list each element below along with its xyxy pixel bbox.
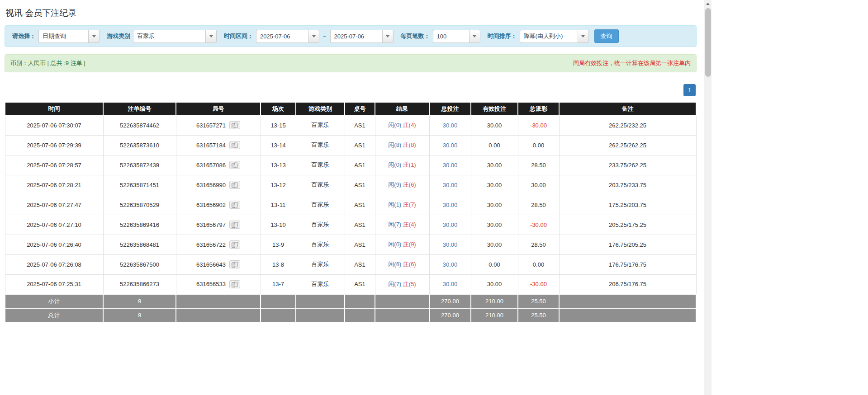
date-to-input[interactable] [330, 30, 382, 43]
round-cards-icon[interactable] [229, 280, 240, 288]
date-from-input[interactable] [256, 30, 308, 43]
page-size-dropdown-button[interactable] [469, 30, 480, 43]
subtotal-valid-bet: 210.00 [471, 294, 518, 308]
date-from-dropdown-button[interactable] [308, 30, 319, 43]
round-number: 631657271 [196, 122, 226, 129]
game-type-dropdown-button[interactable] [205, 30, 217, 43]
date-to-dropdown-button[interactable] [382, 30, 394, 43]
time-sort-input[interactable] [520, 30, 578, 43]
cell-payout: -30.00 [518, 215, 559, 235]
column-header: 游戏类别 [296, 102, 345, 115]
column-header: 总投注 [429, 102, 471, 115]
table-row: 2025-07-06 07:28:57 522635872439 6316570… [5, 155, 696, 175]
cell-bet-id: 522635874462 [103, 115, 176, 135]
cell-round: 631656902 [176, 195, 261, 215]
cell-total-bet: 30.00 [429, 235, 471, 254]
cell-round: 631656533 [176, 274, 261, 294]
round-cards-icon[interactable] [229, 121, 240, 129]
result-player: 闲(9) [388, 181, 401, 188]
result-banker: 庄(8) [403, 141, 416, 148]
result-banker: 庄(5) [403, 281, 416, 287]
cell-valid-bet: 30.00 [471, 195, 518, 215]
cell-bet-id: 522635868481 [103, 235, 176, 254]
scroll-up-button[interactable] [704, 0, 711, 8]
chevron-down-icon [92, 35, 96, 38]
cell-total-bet: 30.00 [429, 215, 471, 235]
cell-bet-id: 522635867500 [103, 254, 176, 274]
column-header: 总派彩 [518, 102, 559, 115]
round-cards-icon[interactable] [229, 141, 240, 149]
game-type-label: 游戏类别 [107, 32, 130, 40]
cell-time: 2025-07-06 07:25:31 [5, 274, 103, 294]
select-type-dropdown-button[interactable] [88, 30, 100, 43]
round-cards-icon[interactable] [229, 260, 240, 268]
game-type-combo [133, 30, 217, 43]
cell-result: 闲(9) 庄(6) [375, 175, 429, 195]
total-bet-link[interactable]: 30.00 [443, 281, 458, 287]
total-bet-link[interactable]: 30.00 [443, 182, 458, 188]
total-bet-link[interactable]: 30.00 [443, 202, 458, 208]
search-button[interactable]: 查询 [594, 29, 619, 43]
result-banker: 庄(6) [403, 261, 416, 268]
round-cards-icon[interactable] [229, 181, 240, 189]
cell-payout: 0.00 [518, 254, 559, 274]
cell-valid-bet: 30.00 [471, 215, 518, 235]
cell-valid-bet: 30.00 [471, 274, 518, 294]
result-player: 闲(7) [388, 221, 401, 228]
column-header: 结果 [375, 102, 429, 115]
result-banker: 庄(7) [403, 201, 416, 208]
result-player: 闲(0) [388, 122, 401, 128]
round-cards-icon[interactable] [229, 201, 240, 209]
cell-round: 631656990 [176, 175, 261, 195]
result-banker: 庄(4) [403, 221, 416, 228]
time-sort-dropdown-button[interactable] [578, 30, 589, 43]
column-header: 场次 [261, 102, 296, 115]
cell-note: 262.25/232.25 [559, 115, 696, 135]
round-number: 631656990 [196, 182, 226, 188]
scrollbar-thumb[interactable] [705, 8, 711, 77]
filter-bar: 请选择： 游戏类别 时间区间： ~ 每页笔数： 时间排序： [5, 25, 697, 47]
total-bet-link[interactable]: 30.00 [443, 221, 458, 228]
page-title: 视讯 会员下注纪录 [5, 7, 697, 19]
subtotal-count: 9 [103, 294, 176, 308]
cell-round: 631656643 [176, 254, 261, 274]
cell-valid-bet: 0.00 [471, 254, 518, 274]
result-banker: 庄(6) [403, 181, 416, 188]
total-bet-link[interactable]: 30.00 [443, 142, 458, 149]
select-type-combo [38, 30, 100, 43]
cell-round: 631656722 [176, 235, 261, 254]
cell-note: 262.25/262.25 [559, 135, 696, 155]
cell-bet-id: 522635870529 [103, 195, 176, 215]
time-range-label: 时间区间： [224, 32, 253, 40]
round-cards-icon[interactable] [229, 240, 240, 249]
total-bet-link[interactable]: 30.00 [443, 162, 458, 169]
time-sort-label: 时间排序： [488, 32, 517, 40]
game-type-input[interactable] [133, 30, 205, 43]
cell-table-no: AS1 [345, 195, 375, 215]
total-bet-link[interactable]: 30.00 [443, 122, 458, 129]
page-button-1[interactable]: 1 [683, 84, 696, 96]
cell-table-no: AS1 [345, 115, 375, 135]
cell-round: 631656797 [176, 215, 261, 235]
cell-note: 175.25/203.75 [559, 195, 696, 215]
table-body: 2025-07-06 07:30:07 522635874462 6316572… [5, 115, 696, 294]
column-header: 桌号 [345, 102, 375, 115]
cell-session: 13-10 [261, 215, 296, 235]
vertical-scrollbar[interactable] [704, 0, 711, 395]
round-cards-icon[interactable] [229, 221, 240, 229]
cell-payout: 28.50 [518, 195, 559, 215]
cell-game-type: 百家乐 [296, 215, 345, 235]
select-type-input[interactable] [38, 30, 88, 43]
page-size-input[interactable] [433, 30, 469, 43]
cell-table-no: AS1 [345, 135, 375, 155]
round-cards-icon[interactable] [229, 161, 240, 169]
total-bet-link[interactable]: 30.00 [443, 241, 458, 248]
cell-total-bet: 30.00 [429, 135, 471, 155]
cell-time: 2025-07-06 07:30:07 [5, 115, 103, 135]
cell-bet-id: 522635873610 [103, 135, 176, 155]
cell-note: 233.75/262.25 [559, 155, 696, 175]
table-header-row: 时间注单编号局号场次游戏类别桌号结果总投注有效投注总派彩备注 [5, 102, 696, 115]
table-row: 2025-07-06 07:30:07 522635874462 6316572… [5, 115, 696, 135]
total-bet-link[interactable]: 30.00 [443, 261, 458, 268]
total-label: 总计 [5, 308, 103, 322]
